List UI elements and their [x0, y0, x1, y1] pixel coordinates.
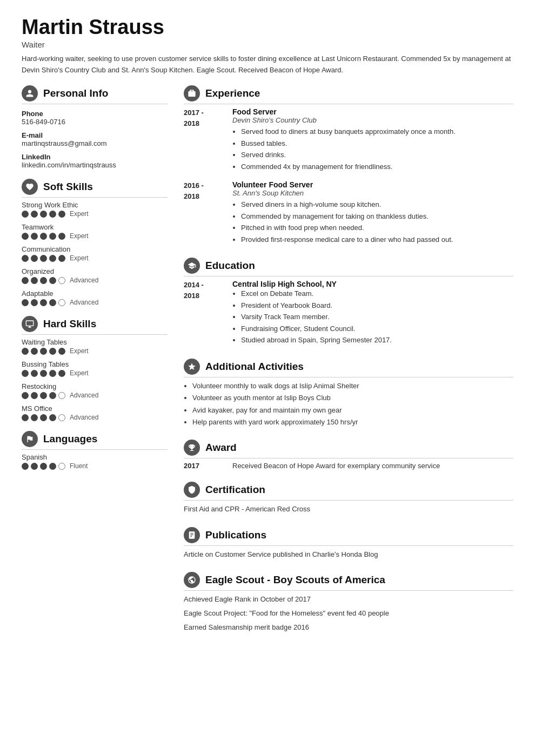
skill-name: Spanish: [22, 453, 168, 461]
dot-filled: [40, 255, 47, 262]
skill-dots: Expert: [22, 254, 168, 262]
award-header: Award: [184, 440, 513, 458]
dot-filled: [22, 299, 29, 306]
exp-bullet: President of Yearbook Board.: [241, 300, 513, 311]
heart-icon: [25, 183, 34, 191]
dot-filled: [22, 255, 29, 262]
eagle-scout-header: Eagle Scout - Boy Scouts of America: [184, 572, 513, 591]
publications-title: Publications: [205, 529, 266, 541]
languages-header: Languages: [22, 431, 168, 450]
skill-name: Restocking: [22, 382, 168, 390]
publications-icon: [184, 527, 200, 543]
star-icon: [188, 362, 196, 371]
exp-dates: 2014 -2018: [184, 280, 222, 347]
skill-name: Adaptable: [22, 289, 168, 298]
linkedin-field: LinkedIn linkedin.com/in/martinqstrauss: [22, 153, 168, 169]
email-label: E-mail: [22, 131, 168, 139]
dot-filled: [49, 277, 56, 284]
skill-dots: Advanced: [22, 414, 168, 421]
exp-bullet: Provided first-response medical care to …: [241, 234, 513, 245]
skill-row: Bussing TablesExpert: [22, 360, 168, 377]
dot-filled: [40, 348, 47, 355]
dot-filled: [58, 255, 65, 262]
skill-row: CommunicationExpert: [22, 245, 168, 262]
additional-activities-header: Additional Activities: [184, 359, 513, 377]
dot-filled: [22, 414, 29, 421]
book-icon: [188, 531, 196, 539]
exp-bullet: Varsity Track Team member.: [241, 312, 513, 322]
dot-filled: [49, 392, 56, 399]
dot-empty: [58, 392, 65, 399]
skill-dots: Advanced: [22, 392, 168, 399]
publications-text: Article on Customer Service published in…: [184, 549, 513, 561]
dot-filled: [22, 370, 29, 377]
exp-org: Devin Shiro's Country Club: [232, 116, 513, 124]
skill-level: Expert: [70, 254, 89, 262]
dot-filled: [31, 211, 38, 218]
dot-filled: [58, 211, 65, 218]
skill-dots: Expert: [22, 210, 168, 218]
activity-bullet: Help parents with yard work approximatel…: [192, 417, 513, 428]
dot-filled: [31, 277, 38, 284]
skill-level: Expert: [70, 232, 89, 240]
skill-dots: Expert: [22, 369, 168, 377]
summary-text: Hard-working waiter, seeking to use prov…: [22, 53, 513, 76]
skill-dots: Fluent: [22, 462, 168, 470]
soft-skills-title: Soft Skills: [43, 181, 93, 193]
skill-level: Advanced: [70, 276, 98, 284]
hard-skills-header: Hard Skills: [22, 316, 168, 335]
award-section: Award 2017Received Beacon of Hope Award …: [184, 440, 513, 470]
candidate-name: Martin Strauss: [22, 16, 513, 39]
skill-row: Strong Work EthicExpert: [22, 201, 168, 218]
skill-name: MS Office: [22, 404, 168, 413]
eagle-scout-title: Eagle Scout - Boy Scouts of America: [205, 574, 385, 586]
experience-row: 2017 -2018Food ServerDevin Shiro's Count…: [184, 107, 513, 173]
phone-label: Phone: [22, 110, 168, 118]
dot-filled: [49, 370, 56, 377]
personal-info-fields: Phone 516-849-0716 E-mail martinqstrauss…: [22, 110, 168, 169]
dot-empty: [58, 414, 65, 421]
languages-list: SpanishFluent: [22, 453, 168, 470]
dot-filled: [31, 348, 38, 355]
skill-dots: Expert: [22, 347, 168, 355]
exp-bullet: Served food to diners at busy banquets a…: [241, 126, 513, 137]
eagle-scout-icon: [184, 572, 200, 588]
hard-skills-section: Hard Skills Waiting TablesExpertBussing …: [22, 316, 168, 421]
dot-filled: [40, 277, 47, 284]
exp-bullets: Excel on Debate Team.President of Yearbo…: [232, 288, 513, 346]
email-field: E-mail martinqstrauss@gmail.com: [22, 131, 168, 147]
education-list: 2014 -2018Central Islip High School, NYE…: [184, 280, 513, 347]
dot-filled: [31, 255, 38, 262]
education-title: Education: [205, 260, 255, 272]
eagle-scout-section: Eagle Scout - Boy Scouts of America Achi…: [184, 572, 513, 633]
personal-info-icon: [22, 85, 38, 102]
skill-name: Organized: [22, 267, 168, 275]
dot-filled: [31, 233, 38, 240]
additional-activities-content: Volunteer monthly to walk dogs at Islip …: [184, 381, 513, 428]
award-row: 2017Received Beacon of Hope Award for ex…: [184, 462, 513, 470]
dot-filled: [31, 414, 38, 421]
personal-info-title: Personal Info: [43, 87, 108, 99]
exp-bullet: Excel on Debate Team.: [241, 288, 513, 299]
hard-skills-icon: [22, 316, 38, 332]
eagle-scout-content: Achieved Eagle Rank in October of 2017Ea…: [184, 594, 513, 633]
experience-icon: [184, 85, 200, 102]
exp-bullet: Served diners in a high-volume soup kitc…: [241, 199, 513, 210]
exp-bullet: Commended 4x by management for friendlin…: [241, 161, 513, 172]
exp-org: St. Ann's Soup Kitchen: [232, 189, 513, 197]
exp-title: Central Islip High School, NY: [232, 280, 513, 288]
certification-title: Certification: [205, 484, 265, 496]
dot-filled: [40, 211, 47, 218]
shield-icon: [188, 485, 196, 494]
skill-row: MS OfficeAdvanced: [22, 404, 168, 421]
right-column: Experience 2017 -2018Food ServerDevin Sh…: [184, 85, 513, 645]
hard-skills-title: Hard Skills: [43, 318, 96, 330]
person-icon: [25, 89, 34, 98]
exp-bullet: Commended by management for taking on th…: [241, 211, 513, 222]
skill-name: Waiting Tables: [22, 338, 168, 346]
award-text: Received Beacon of Hope Award for exempl…: [232, 462, 440, 470]
languages-title: Languages: [43, 433, 97, 445]
certification-header: Certification: [184, 482, 513, 501]
school-icon: [188, 261, 196, 270]
dot-empty: [58, 299, 65, 306]
